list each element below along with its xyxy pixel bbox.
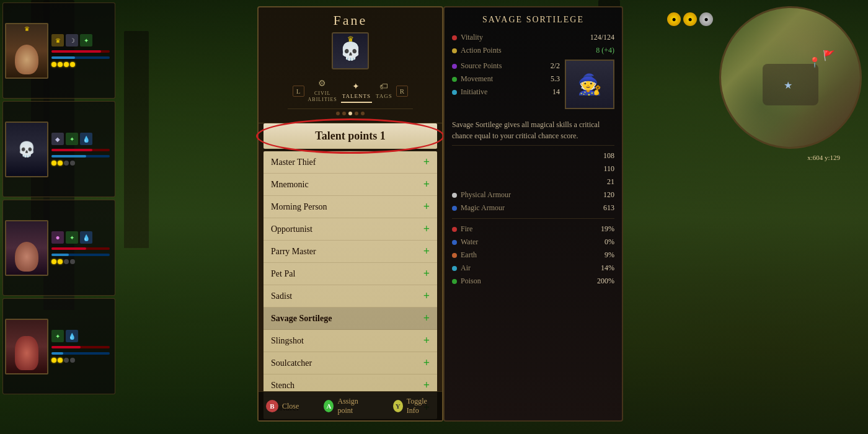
tab-civil-abilities[interactable]: ⚙ CIVIL ABILITIES (307, 76, 339, 106)
sp-dot (452, 64, 457, 69)
tab-dots (336, 109, 365, 118)
leaf-icon: ✦ (80, 34, 92, 46)
diamond-icon: ◆ (51, 133, 64, 145)
assign-button[interactable]: A Assign point (324, 397, 368, 415)
divider-2 (452, 218, 614, 219)
fire-dot (452, 227, 457, 232)
stat-row-combat-3: 21 (452, 175, 614, 188)
talent-name-mnemonic: Mnemonic (271, 180, 309, 190)
ap-dot (51, 259, 56, 264)
drop-icon-2: 💧 (80, 231, 92, 244)
talent-item-soulcatcher[interactable]: Soulcatcher + (264, 352, 437, 374)
tab-dot-1 (336, 112, 340, 115)
party-member-4[interactable]: ✦ 💧 (2, 298, 115, 394)
silver-coin: ● (699, 12, 713, 26)
stat-row-earth: Earth 9% (452, 249, 614, 262)
movement-value: 5.3 (551, 74, 560, 84)
stat-row-initiative: Initiative 14 (452, 86, 560, 99)
magic-armour-label: Magic Armour (461, 203, 505, 213)
ap-dot-empty (70, 259, 75, 264)
stat-row-physical-armour: Physical Armour 120 (452, 188, 614, 202)
skull-icon-party: ☽ (66, 34, 78, 46)
info-title: SAVAGE SORTILEGE (452, 15, 614, 25)
tab-tags[interactable]: 🏷 TAGS (374, 79, 394, 103)
sp-value: 2/2 (551, 61, 560, 71)
party-member-1[interactable]: ♛ ♛ ☽ ✦ (2, 2, 115, 99)
ap-dot (51, 161, 56, 166)
air-dot (452, 266, 457, 271)
physical-armour-label: Physical Armour (461, 190, 511, 200)
toggle-button[interactable]: Y Toggle Info (393, 397, 435, 415)
ap-dot-empty (64, 259, 69, 264)
talent-plus-morning-person: + (423, 200, 430, 213)
tab-left-arrow[interactable]: L (293, 86, 304, 97)
avatar-3 (5, 220, 48, 276)
close-label: Close (282, 402, 299, 411)
talent-points-header: Talent points 1 (264, 123, 437, 149)
leaf-icon-3: ✦ (66, 231, 78, 244)
stat-row-vitality: Vitality 124/124 (452, 31, 614, 44)
talent-item-master-thief[interactable]: Master Thief + (264, 151, 437, 174)
talent-name-slingshot: Slingshot (271, 336, 304, 346)
talent-plus-pet-pal: + (423, 267, 430, 280)
gold-display: ● ● ● (667, 12, 713, 26)
crown-icon: ♛ (51, 34, 64, 46)
initiative-label: Initiative (461, 87, 487, 97)
combat-value-3: 21 (607, 177, 614, 187)
ap-dot (51, 62, 56, 67)
movement-dot (452, 77, 457, 82)
talent-plus-soulcatcher: + (423, 356, 430, 370)
talent-name-pet-pal: Pet Pal (271, 269, 295, 279)
ap-dot-stat (452, 48, 457, 53)
stat-row-magic-armour: Magic Armour 613 (452, 202, 614, 215)
vitality-dot (452, 35, 457, 40)
fire-value: 19% (601, 224, 614, 234)
drop-icon-3: 💧 (66, 330, 78, 342)
info-panel: SAVAGE SORTILEGE Vitality 124/124 Action… (443, 6, 623, 422)
talent-item-morning-person[interactable]: Morning Person + (264, 196, 437, 218)
tags-icon: 🏷 (376, 82, 392, 92)
talent-name-stench: Stench (271, 381, 294, 391)
talent-name-opportunist: Opportunist (271, 224, 312, 234)
stat-row-movement: Movement 5.3 (452, 73, 560, 86)
talent-item-mnemonic[interactable]: Mnemonic + (264, 174, 437, 196)
close-button[interactable]: B Close (266, 397, 299, 415)
poison-value: 200% (597, 277, 614, 286)
talents-icon: ✦ (342, 81, 371, 92)
talents-list[interactable]: Master Thief + Mnemonic + Morning Person… (264, 151, 437, 419)
vitality-label: Vitality (461, 33, 483, 42)
physical-armour-dot (452, 193, 457, 198)
ap-dot (58, 259, 63, 264)
ap-dot-empty (64, 161, 69, 166)
leaf-icon-4: ✦ (51, 330, 64, 342)
talent-plus-stench: + (423, 379, 430, 392)
party-member-2[interactable]: 💀 ◆ ✦ 💧 (2, 101, 115, 197)
tab-right-arrow[interactable]: R (396, 86, 408, 97)
stat-row-combat-1: 108 (452, 149, 614, 162)
talent-item-slingshot[interactable]: Slingshot + (264, 330, 437, 352)
magic-armour-dot (452, 206, 457, 211)
talent-item-pet-pal[interactable]: Pet Pal + (264, 263, 437, 285)
toggle-label: Toggle Info (407, 397, 435, 415)
talent-item-opportunist[interactable]: Opportunist + (264, 218, 437, 241)
air-label: Air (461, 264, 471, 273)
ap-label: Action Points (461, 46, 502, 55)
talent-image: 🧙 (565, 60, 614, 109)
portrait-skull-icon: 💀 (340, 41, 361, 61)
party-member-3[interactable]: ● ✦ 💧 (2, 200, 115, 296)
assign-label: Assign point (337, 397, 368, 415)
talent-name-master-thief: Master Thief (271, 157, 316, 167)
tab-talents[interactable]: ✦ TALENTS (341, 79, 372, 103)
minimap-flag-icon: 🚩 (823, 50, 835, 61)
physical-armour-value: 120 (603, 190, 614, 200)
stat-row-poison: Poison 200% (452, 275, 614, 288)
talent-item-savage-sortilege[interactable]: Savage Sortilege + (264, 308, 437, 330)
sp-label: Source Points (461, 61, 502, 71)
talent-item-parry-master[interactable]: Parry Master + (264, 241, 437, 263)
main-character-panel: Fane ♛ 💀 L ⚙ CIVIL ABILITIES ✦ TALENTS 🏷… (257, 6, 443, 422)
talent-item-sadist[interactable]: Sadist + (264, 285, 437, 308)
ap-dot (51, 358, 56, 363)
magic-armour-value: 613 (603, 203, 614, 213)
ap-value: 8 (+4) (596, 46, 614, 55)
y-key-icon: Y (393, 400, 403, 412)
